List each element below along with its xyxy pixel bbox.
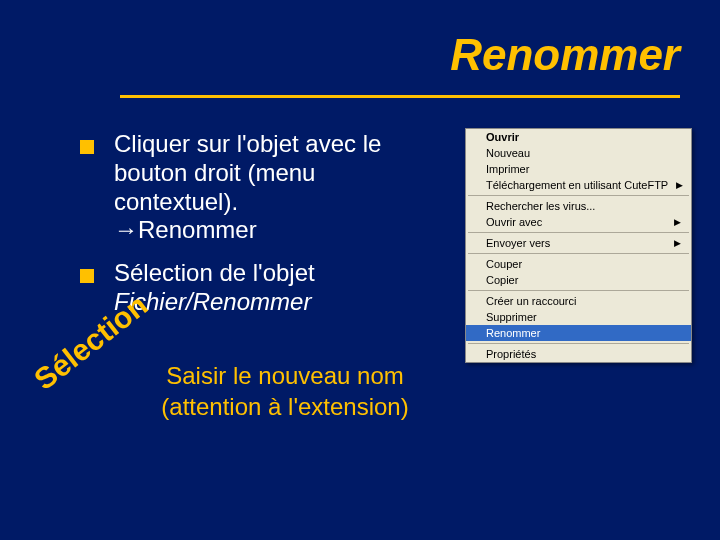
context-menu-item[interactable]: Créer un raccourci [466,293,691,309]
context-menu-item[interactable]: Ouvrir avec▶ [466,214,691,230]
bullet-1-text: Cliquer sur l'objet avec le bouton droit… [114,130,440,245]
context-menu-item-label: Renommer [486,327,540,339]
bullet-2-main: Sélection de l'objet [114,259,315,286]
context-menu-item-label: Créer un raccourci [486,295,576,307]
context-menu-separator [468,343,689,344]
footer-text: Saisir le nouveau nom (attention à l'ext… [120,360,450,422]
context-menu-item-label: Propriétés [486,348,536,360]
context-menu-item[interactable]: Supprimer [466,309,691,325]
context-menu-item[interactable]: Imprimer [466,161,691,177]
context-menu-separator [468,253,689,254]
context-menu-item[interactable]: Rechercher les virus... [466,198,691,214]
context-menu-item[interactable]: Envoyer vers▶ [466,235,691,251]
bullet-square-icon [80,269,94,283]
context-menu-item-label: Téléchargement en utilisant CuteFTP [486,179,668,191]
context-menu-item[interactable]: Nouveau [466,145,691,161]
context-menu-item-label: Copier [486,274,518,286]
title-rule [120,95,680,98]
context-menu-item[interactable]: Copier [466,272,691,288]
bullet-1-arrow: →Renommer [114,216,257,243]
context-menu: OuvrirNouveauImprimerTéléchargement en u… [465,128,692,363]
context-menu-item-label: Envoyer vers [486,237,550,249]
context-menu-item-label: Ouvrir avec [486,216,542,228]
context-menu-separator [468,195,689,196]
context-menu-separator [468,290,689,291]
context-menu-separator [468,232,689,233]
bullet-1: Cliquer sur l'objet avec le bouton droit… [80,130,440,245]
context-menu-item-label: Nouveau [486,147,530,159]
context-menu-item-label: Supprimer [486,311,537,323]
context-menu-item[interactable]: Renommer [466,325,691,341]
context-menu-item-label: Couper [486,258,522,270]
context-menu-item[interactable]: Propriétés [466,346,691,362]
context-menu-item-label: Imprimer [486,163,529,175]
bullet-2-text: Sélection de l'objet Fichier/Renommer [114,259,440,317]
context-menu-item-label: Rechercher les virus... [486,200,595,212]
submenu-arrow-icon: ▶ [674,238,681,248]
submenu-arrow-icon: ▶ [676,180,683,190]
submenu-arrow-icon: ▶ [674,217,681,227]
slide: Renommer Cliquer sur l'objet avec le bou… [0,0,720,540]
bullet-1-main: Cliquer sur l'objet avec le bouton droit… [114,130,381,215]
context-menu-item[interactable]: Téléchargement en utilisant CuteFTP▶ [466,177,691,193]
context-menu-item[interactable]: Ouvrir [466,129,691,145]
context-menu-item[interactable]: Couper [466,256,691,272]
slide-title: Renommer [450,30,680,80]
context-menu-item-label: Ouvrir [486,131,519,143]
bullet-square-icon [80,140,94,154]
